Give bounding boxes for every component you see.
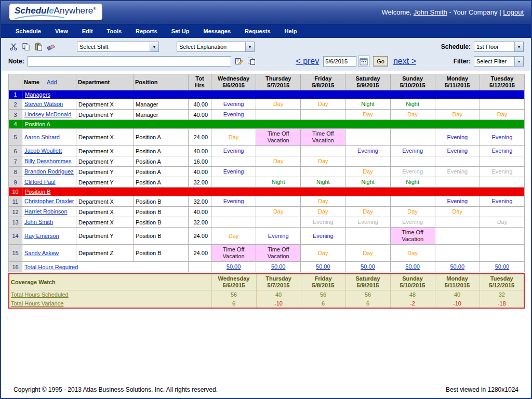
schedule-cell[interactable]: Evening bbox=[435, 129, 480, 146]
employee-link[interactable]: Steven Watson bbox=[24, 101, 63, 107]
copy-note-icon[interactable] bbox=[246, 57, 257, 66]
schedule-cell[interactable]: Day bbox=[390, 207, 435, 217]
employee-link[interactable]: Sandy Askew bbox=[24, 250, 59, 256]
schedule-cell[interactable]: Day bbox=[345, 207, 390, 217]
required-hours-link[interactable]: 50.00 bbox=[450, 263, 465, 270]
employee-link[interactable]: Lindsey McDonald bbox=[24, 111, 72, 117]
group-link[interactable]: Position B bbox=[25, 189, 51, 195]
schedule-cell[interactable] bbox=[480, 245, 524, 262]
filter-dropdown[interactable]: Select Filter ▼ bbox=[474, 56, 524, 66]
schedule-cell[interactable]: Time Off Vacation bbox=[390, 228, 435, 245]
menu-item-requests[interactable]: Requests bbox=[245, 28, 271, 34]
schedule-cell[interactable] bbox=[256, 167, 301, 177]
required-hours-link[interactable]: 50.00 bbox=[405, 263, 420, 270]
schedule-dropdown[interactable]: 1st Floor ▼ bbox=[474, 42, 524, 52]
schedule-cell[interactable] bbox=[480, 228, 524, 245]
schedule-cell[interactable]: Evening bbox=[211, 99, 256, 110]
schedule-cell[interactable]: Evening bbox=[480, 196, 524, 207]
schedule-cell[interactable]: Evening bbox=[211, 167, 256, 177]
employee-link[interactable]: Christopher Draxler bbox=[24, 198, 74, 204]
schedule-cell[interactable]: Day bbox=[211, 129, 256, 146]
schedule-cell[interactable] bbox=[211, 217, 256, 228]
schedule-cell[interactable] bbox=[256, 110, 301, 120]
schedule-cell[interactable] bbox=[480, 156, 524, 167]
schedule-cell[interactable]: Day bbox=[256, 156, 301, 167]
date-input[interactable] bbox=[323, 56, 356, 66]
coverage-link[interactable]: Total Hours Scheduled bbox=[11, 291, 69, 298]
required-hours-link[interactable]: 50.00 bbox=[271, 263, 286, 270]
required-hours-link[interactable]: 50.00 bbox=[495, 263, 510, 270]
schedule-cell[interactable]: Day bbox=[390, 110, 435, 120]
required-hours-link[interactable]: 50.00 bbox=[316, 263, 330, 270]
schedule-cell[interactable]: Evening bbox=[211, 110, 256, 120]
schedule-cell[interactable]: Time Off Vacation bbox=[256, 129, 301, 146]
employee-link[interactable]: Jacob Woullett bbox=[24, 148, 62, 154]
schedule-cell[interactable]: Evening bbox=[435, 196, 480, 207]
schedule-cell[interactable]: Night bbox=[390, 99, 435, 110]
schedule-cell[interactable]: Night bbox=[301, 177, 345, 188]
employee-link[interactable]: John Smith bbox=[24, 219, 53, 225]
employee-link[interactable]: Billy Desshommes bbox=[24, 158, 71, 164]
schedule-cell[interactable]: Day bbox=[301, 156, 345, 167]
employee-link[interactable]: Brandon Rodriguez bbox=[24, 168, 74, 175]
schedule-cell[interactable] bbox=[256, 196, 301, 207]
schedule-cell[interactable] bbox=[435, 99, 480, 110]
required-hours-link[interactable]: 50.00 bbox=[361, 263, 375, 270]
employee-link[interactable]: Clifford Paul bbox=[24, 179, 56, 185]
schedule-cell[interactable]: Day bbox=[256, 207, 301, 217]
menu-item-view[interactable]: View bbox=[55, 28, 68, 34]
logout-link[interactable]: Logout bbox=[503, 8, 524, 16]
schedule-cell[interactable]: Day bbox=[256, 99, 301, 110]
menu-item-help[interactable]: Help bbox=[285, 28, 297, 34]
schedule-cell[interactable]: Evening bbox=[435, 167, 480, 177]
schedule-cell[interactable]: Evening bbox=[211, 196, 256, 207]
schedule-cell[interactable] bbox=[435, 156, 480, 167]
paste-icon[interactable] bbox=[33, 42, 44, 51]
schedule-cell[interactable]: Day bbox=[211, 228, 256, 245]
schedule-cell[interactable] bbox=[390, 156, 435, 167]
schedule-cell[interactable] bbox=[301, 167, 345, 177]
schedule-cell[interactable]: Night bbox=[345, 177, 390, 188]
schedule-cell[interactable]: Evening bbox=[480, 129, 524, 146]
employee-link[interactable]: Aaron Shirard bbox=[24, 134, 60, 140]
select-explanation-dropdown[interactable]: Select Explanation ▼ bbox=[177, 42, 255, 52]
go-button[interactable]: Go bbox=[373, 56, 388, 66]
schedule-cell[interactable]: Day bbox=[301, 207, 345, 217]
employee-link[interactable]: Ray Emerson bbox=[24, 233, 59, 239]
menu-item-messages[interactable]: Messages bbox=[203, 28, 231, 34]
copy-icon[interactable] bbox=[21, 42, 31, 51]
next-link[interactable]: next > bbox=[393, 57, 416, 66]
total-hours-required-link[interactable]: Total Hours Required bbox=[24, 264, 78, 270]
schedule-cell[interactable]: Day bbox=[301, 196, 345, 207]
cut-icon[interactable] bbox=[8, 42, 19, 51]
schedule-cell[interactable]: Time Off Vacation bbox=[301, 129, 345, 146]
schedule-cell[interactable]: Night bbox=[345, 99, 390, 110]
schedule-cell[interactable]: Night bbox=[256, 177, 301, 188]
schedule-cell[interactable]: Time Off Vacation bbox=[256, 245, 301, 262]
schedule-cell[interactable]: Day bbox=[345, 245, 390, 262]
schedule-cell[interactable] bbox=[301, 110, 345, 120]
schedule-cell[interactable] bbox=[256, 217, 301, 228]
menu-item-set-up[interactable]: Set Up bbox=[171, 28, 190, 34]
schedule-cell[interactable] bbox=[345, 156, 390, 167]
schedule-cell[interactable]: Day bbox=[480, 110, 524, 120]
schedule-cell[interactable]: Evening bbox=[390, 167, 435, 177]
schedule-cell[interactable]: Evening bbox=[390, 217, 435, 228]
menu-item-tools[interactable]: Tools bbox=[107, 28, 122, 34]
schedule-cell[interactable]: Time Off Vacation bbox=[211, 245, 256, 262]
schedule-cell[interactable]: Evening bbox=[480, 167, 524, 177]
group-link[interactable]: Position A bbox=[25, 121, 50, 127]
schedule-cell[interactable] bbox=[211, 156, 256, 167]
schedule-cell[interactable]: Evening bbox=[256, 228, 301, 245]
schedule-cell[interactable]: Evening bbox=[301, 217, 345, 228]
schedule-cell[interactable] bbox=[301, 146, 345, 156]
schedule-cell[interactable] bbox=[256, 146, 301, 156]
schedule-cell[interactable] bbox=[211, 177, 256, 188]
schedule-cell[interactable]: Evening bbox=[480, 146, 524, 156]
menu-item-edit[interactable]: Edit bbox=[82, 28, 93, 34]
erase-icon[interactable] bbox=[46, 42, 56, 51]
coverage-link[interactable]: Total Hours Variance bbox=[11, 300, 63, 307]
schedule-cell[interactable]: Day bbox=[301, 245, 345, 262]
schedule-cell[interactable]: Day bbox=[480, 217, 524, 228]
schedule-cell[interactable] bbox=[345, 228, 390, 245]
